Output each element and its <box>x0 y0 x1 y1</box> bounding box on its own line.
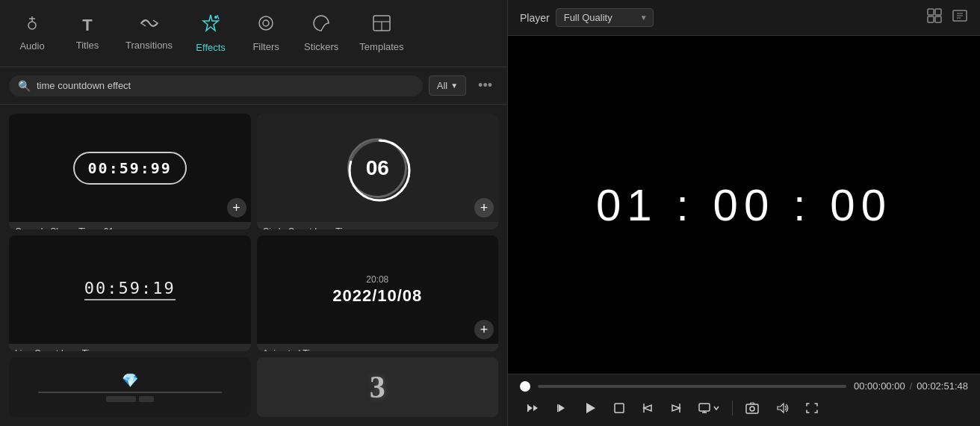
rewind-btn[interactable] <box>520 398 545 418</box>
svg-rect-14 <box>527 404 529 412</box>
titles-icon: T <box>82 16 92 35</box>
partial-1-thumbnail: 💎 <box>9 357 251 417</box>
svg-rect-15 <box>557 404 559 412</box>
mark-in-btn[interactable] <box>635 398 660 418</box>
control-buttons-row <box>520 398 968 419</box>
effects-icon <box>201 13 220 37</box>
player-right-controls <box>926 7 968 28</box>
transitions-icon <box>140 16 159 35</box>
time-display: 00:00:00:00 / 00:02:51:48 <box>854 380 968 392</box>
animated-timer-label: Animated Timer <box>257 344 499 351</box>
frame-back-btn[interactable] <box>548 398 574 418</box>
svg-rect-16 <box>615 404 624 413</box>
nav-item-effects[interactable]: Effects <box>184 7 237 59</box>
svg-point-2 <box>259 16 273 30</box>
svg-point-3 <box>263 20 269 26</box>
timeline-knob[interactable] <box>520 381 530 392</box>
monitor-btn[interactable] <box>692 398 726 418</box>
quality-selector-wrapper: Full Quality High Quality Medium Quality… <box>556 8 654 27</box>
gem-icon: 💎 <box>122 372 138 389</box>
film-countdown-number: 3 <box>370 369 385 405</box>
right-panel: Player Full Quality High Quality Medium … <box>508 0 980 426</box>
line-countdown-thumbnail: 00:59:19 <box>9 235 251 344</box>
filter-dropdown-btn[interactable]: All ▼ <box>429 75 466 96</box>
effect-card-partial-1[interactable]: 💎 <box>9 357 251 417</box>
timeline-track[interactable] <box>538 385 846 388</box>
controls-divider <box>732 401 733 416</box>
quality-select[interactable]: Full Quality High Quality Medium Quality… <box>556 8 654 27</box>
more-options-btn[interactable]: ••• <box>472 75 498 96</box>
nav-item-titles[interactable]: T Titles <box>61 10 114 57</box>
search-bar: 🔍 All ▼ ••• <box>0 67 507 105</box>
audio-icon <box>23 15 41 36</box>
line-countdown-label: Line Countdown Timer <box>9 344 251 351</box>
stickers-icon <box>312 14 330 37</box>
filter-label: All <box>437 80 447 91</box>
capsule-timer-thumbnail: 00:59:99 + <box>9 114 251 222</box>
effects-grid: 00:59:99 + Capsule Shape Timer 01 06 <box>0 105 507 426</box>
templates-label: Templates <box>359 41 403 52</box>
effect-card-animated-timer[interactable]: 20:08 2022/10/08 + Animated Timer <box>257 235 499 351</box>
capsule-timer-add-btn[interactable]: + <box>227 198 246 217</box>
player-timer-display: 01 : 00 : 00 <box>596 179 892 231</box>
circle-countdown-thumbnail: 06 + <box>257 114 499 222</box>
filters-icon <box>257 14 275 37</box>
nav-item-filters[interactable]: Filters <box>240 8 292 58</box>
expand-view-icon[interactable] <box>952 7 968 28</box>
capsule-time-display: 00:59:99 <box>73 152 187 185</box>
effect-card-circle-countdown[interactable]: 06 + Circle Countdown Tim... <box>257 114 499 229</box>
capsule-timer-label: Capsule Shape Timer 01 <box>9 222 251 229</box>
svg-rect-17 <box>699 404 710 411</box>
effects-label: Effects <box>196 42 226 53</box>
search-input[interactable] <box>37 80 414 91</box>
svg-rect-11 <box>928 16 934 22</box>
left-panel: Audio T Titles Transitions <box>0 0 508 426</box>
effect-card-line-countdown[interactable]: 00:59:19 Line Countdown Timer <box>9 235 251 351</box>
nav-item-templates[interactable]: Templates <box>350 8 412 58</box>
svg-rect-10 <box>935 9 941 15</box>
filter-chevron-icon: ▼ <box>450 81 458 90</box>
svg-rect-9 <box>928 9 934 15</box>
screenshot-btn[interactable] <box>739 398 766 418</box>
animated-timer-thumbnail: 20:08 2022/10/08 + <box>257 235 499 344</box>
svg-rect-18 <box>746 404 758 413</box>
play-btn[interactable] <box>577 398 604 419</box>
audio-label: Audio <box>19 40 44 52</box>
templates-icon <box>372 14 391 37</box>
search-input-wrapper[interactable]: 🔍 <box>9 75 423 96</box>
transitions-label: Transitions <box>125 40 173 51</box>
svg-point-1 <box>214 16 217 19</box>
player-left-controls: Player Full Quality High Quality Medium … <box>520 8 654 27</box>
animated-timer-add-btn[interactable]: + <box>474 320 494 339</box>
effect-card-partial-2[interactable]: 3 <box>257 357 499 417</box>
effect-card-capsule-timer[interactable]: 00:59:99 + Capsule Shape Timer 01 <box>9 114 251 229</box>
nav-item-stickers[interactable]: Stickers <box>295 8 347 58</box>
volume-btn[interactable] <box>769 398 796 418</box>
circle-countdown-add-btn[interactable]: + <box>474 198 494 217</box>
nav-item-transitions[interactable]: Transitions <box>117 10 182 57</box>
animated-big-date: 2022/10/08 <box>332 286 422 306</box>
player-label: Player <box>520 12 550 24</box>
player-controls: 00:00:00:00 / 00:02:51:48 <box>508 374 980 426</box>
titles-label: Titles <box>76 40 99 51</box>
stickers-label: Stickers <box>304 41 338 52</box>
current-time: 00:00:00:00 <box>854 380 905 392</box>
player-header: Player Full Quality High Quality Medium … <box>508 0 980 36</box>
svg-point-19 <box>750 407 754 411</box>
filters-label: Filters <box>252 41 279 52</box>
time-separator: / <box>910 380 913 392</box>
video-area: 01 : 00 : 00 <box>508 36 980 374</box>
top-nav: Audio T Titles Transitions <box>0 0 507 67</box>
search-icon: 🔍 <box>18 80 31 92</box>
line-time-display: 00:59:19 <box>84 279 176 300</box>
circle-countdown-label: Circle Countdown Tim... <box>257 222 499 229</box>
grid-view-icon[interactable] <box>926 7 943 28</box>
total-time: 00:02:51:48 <box>917 380 968 392</box>
partial-2-thumbnail: 3 <box>257 357 499 417</box>
mark-out-btn[interactable] <box>663 398 689 418</box>
svg-rect-12 <box>935 16 941 22</box>
nav-item-audio[interactable]: Audio <box>6 9 58 58</box>
stop-btn[interactable] <box>607 398 632 418</box>
fullscreen-btn[interactable] <box>798 398 825 418</box>
svg-point-0 <box>28 22 36 29</box>
